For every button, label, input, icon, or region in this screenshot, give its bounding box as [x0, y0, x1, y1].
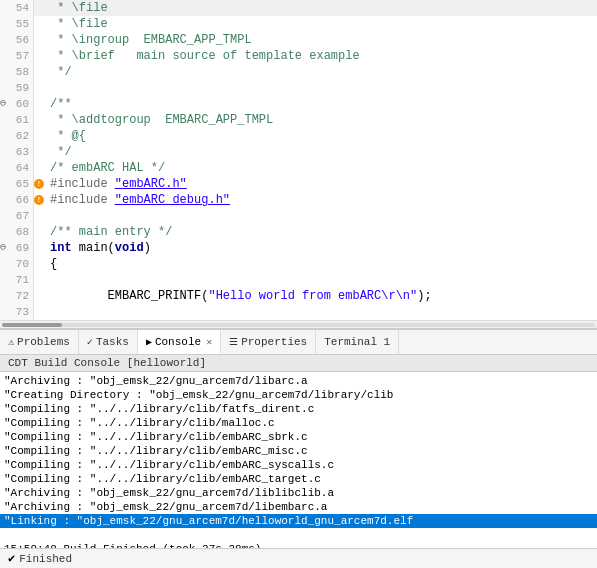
- tab-label-properties: Properties: [241, 336, 307, 348]
- line-marker: [34, 16, 44, 32]
- line-marker: [34, 64, 44, 80]
- tab-close-console[interactable]: ✕: [206, 336, 212, 348]
- line-marker: [34, 208, 44, 224]
- line-marker: [34, 272, 44, 288]
- tab-label-console: Console: [155, 336, 201, 348]
- line-marker: !: [34, 192, 44, 208]
- line-number: 73: [0, 304, 34, 320]
- line-marker: [34, 224, 44, 240]
- line-content: int main(void): [44, 240, 151, 256]
- collapse-icon[interactable]: ⊖: [0, 96, 6, 112]
- line-number: 72: [0, 288, 34, 304]
- line-number: 55: [0, 16, 34, 32]
- console-line: "Archiving : "obj_emsk_22/gnu_arcem7d/li…: [0, 374, 597, 388]
- code-line: 68/** main entry */: [0, 224, 597, 240]
- status-bar: ✔ Finished: [0, 548, 597, 568]
- line-marker: [34, 112, 44, 128]
- line-content: EMBARC_PRINTF("Hello world from embARC\r…: [44, 288, 432, 304]
- line-marker: [34, 32, 44, 48]
- console-titlebar: CDT Build Console [helloworld]: [0, 355, 597, 372]
- code-line: 57 * \brief main source of template exam…: [0, 48, 597, 64]
- collapse-icon[interactable]: ⊖: [0, 240, 6, 256]
- console-line: "Compiling : "../../library/clib/embARC_…: [0, 444, 597, 458]
- code-line: 59: [0, 80, 597, 96]
- tab-properties[interactable]: ☰Properties: [221, 330, 316, 354]
- line-marker: [34, 0, 44, 16]
- line-number: 71: [0, 272, 34, 288]
- line-number: 65: [0, 176, 34, 192]
- code-line: 66!#include "embARC_debug.h": [0, 192, 597, 208]
- code-line: 55 * \file: [0, 16, 597, 32]
- line-marker: [34, 256, 44, 272]
- line-number: 62: [0, 128, 34, 144]
- code-line: 71: [0, 272, 597, 288]
- line-marker: [34, 304, 44, 320]
- console-line: "Creating Directory : "obj_emsk_22/gnu_a…: [0, 388, 597, 402]
- console-line: "Compiling : "../../library/clib/embARC_…: [0, 458, 597, 472]
- line-content: * \ingroup EMBARC_APP_TMPL: [44, 32, 252, 48]
- console-line: "Compiling : "../../library/clib/malloc.…: [0, 416, 597, 430]
- line-number: ⊖60: [0, 96, 34, 112]
- console-line: "Compiling : "../../library/clib/embARC_…: [0, 472, 597, 486]
- code-line: ⊖60/**: [0, 96, 597, 112]
- tab-bar: ⚠Problems✓Tasks▶Console✕☰PropertiesTermi…: [0, 329, 597, 355]
- console-line: "Compiling : "../../library/clib/embARC_…: [0, 430, 597, 444]
- line-content: [44, 80, 50, 96]
- code-line: 72 EMBARC_PRINTF("Hello world from embAR…: [0, 288, 597, 304]
- line-content: * \file: [44, 0, 108, 16]
- error-dot: !: [34, 179, 44, 189]
- line-content: #include "embARC_debug.h": [44, 192, 230, 208]
- status-text: Finished: [19, 553, 72, 565]
- console-line: "Compiling : "../../library/clib/fatfs_d…: [0, 402, 597, 416]
- tab-icon-tasks: ✓: [87, 336, 93, 348]
- line-marker: [34, 80, 44, 96]
- tab-terminal1[interactable]: Terminal 1: [316, 330, 399, 354]
- tab-tasks[interactable]: ✓Tasks: [79, 330, 138, 354]
- code-line: 62 * @{: [0, 128, 597, 144]
- console-title: CDT Build Console [helloworld]: [8, 357, 206, 369]
- tab-console[interactable]: ▶Console✕: [138, 330, 221, 354]
- line-content: * @{: [44, 128, 86, 144]
- line-content: * \file: [44, 16, 108, 32]
- editor-scrollbar[interactable]: [0, 320, 597, 328]
- tab-icon-problems: ⚠: [8, 336, 14, 348]
- line-number: 68: [0, 224, 34, 240]
- scrollbar-thumb: [2, 323, 62, 327]
- line-number: 59: [0, 80, 34, 96]
- line-number: 58: [0, 64, 34, 80]
- console-line: [0, 528, 597, 542]
- code-line: 56 * \ingroup EMBARC_APP_TMPL: [0, 32, 597, 48]
- error-dot: !: [34, 195, 44, 205]
- tab-problems[interactable]: ⚠Problems: [0, 330, 79, 354]
- line-number: ⊖69: [0, 240, 34, 256]
- tab-icon-properties: ☰: [229, 336, 238, 348]
- line-number: 57: [0, 48, 34, 64]
- line-marker: [34, 96, 44, 112]
- console-content[interactable]: "Archiving : "obj_emsk_22/gnu_arcem7d/li…: [0, 372, 597, 548]
- bottom-panel: ⚠Problems✓Tasks▶Console✕☰PropertiesTermi…: [0, 329, 597, 568]
- line-marker: !: [34, 176, 44, 192]
- line-content: [44, 304, 50, 320]
- code-line: 61 * \addtogroup EMBARC_APP_TMPL: [0, 112, 597, 128]
- line-content: [44, 272, 50, 288]
- line-content: #include "embARC.h": [44, 176, 187, 192]
- code-line: 67: [0, 208, 597, 224]
- line-content: [44, 208, 50, 224]
- tab-label-problems: Problems: [17, 336, 70, 348]
- line-content: {: [44, 256, 57, 272]
- code-line: 65!#include "embARC.h": [0, 176, 597, 192]
- code-line: 54 * \file: [0, 0, 597, 16]
- line-content: */: [44, 64, 72, 80]
- status-icon: ✔: [8, 551, 15, 566]
- line-content: /* embARC HAL */: [44, 160, 165, 176]
- code-editor: 54 * \file55 * \file56 * \ingroup EMBARC…: [0, 0, 597, 329]
- line-number: 66: [0, 192, 34, 208]
- tab-label-tasks: Tasks: [96, 336, 129, 348]
- line-number: 67: [0, 208, 34, 224]
- code-line: ⊖69int main(void): [0, 240, 597, 256]
- code-line: 58 */: [0, 64, 597, 80]
- line-number: 56: [0, 32, 34, 48]
- line-marker: [34, 240, 44, 256]
- line-marker: [34, 144, 44, 160]
- line-number: 63: [0, 144, 34, 160]
